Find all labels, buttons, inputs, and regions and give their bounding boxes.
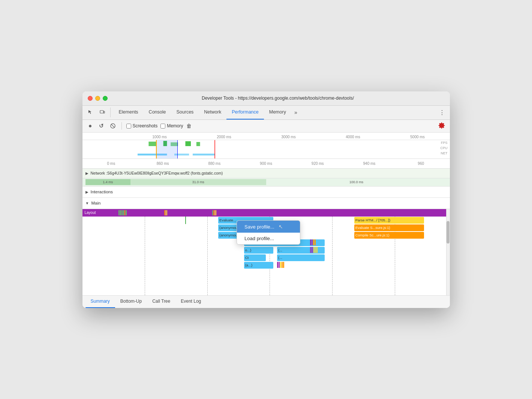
o-block[interactable]: o...): [244, 247, 273, 254]
frames-row: 1.4 ms 31.0 ms 100.0 ms: [82, 178, 450, 187]
detail-ruler: 0 ms 860 ms 880 ms 900 ms 920 ms 940 ms …: [85, 161, 447, 166]
tab-elements[interactable]: Elements: [114, 105, 144, 120]
tab-icons: [85, 108, 111, 117]
tab-memory[interactable]: Memory: [264, 105, 291, 120]
tab-more-button[interactable]: »: [291, 105, 300, 120]
main-section-row[interactable]: ▼ Main: [82, 198, 450, 209]
flame-row-6: Ct (...: [82, 254, 450, 262]
network-expand-arrow[interactable]: ▶: [85, 171, 88, 175]
detail-timeline: 0 ms 860 ms 880 ms 900 ms 920 ms 940 ms …: [82, 159, 450, 169]
tab-sources[interactable]: Sources: [171, 105, 199, 120]
title-bar: Developer Tools - https://developers.goo…: [82, 91, 450, 106]
device-toggle-icon[interactable]: [97, 108, 107, 117]
maximize-button[interactable]: [103, 96, 108, 101]
svg-rect-1: [103, 111, 105, 113]
window-title: Developer Tools - https://developers.goo…: [111, 96, 445, 101]
parse-html-block[interactable]: Parse HTM.../ [705...]): [354, 217, 424, 224]
close-button[interactable]: [88, 96, 93, 101]
inspect-icon[interactable]: [85, 108, 95, 117]
vertical-scrollbar[interactable]: [446, 209, 450, 295]
cpu-label: CPU: [440, 146, 447, 150]
minimize-button[interactable]: [95, 96, 100, 101]
scrollbar-thumb[interactable]: [447, 221, 450, 244]
performance-toolbar: ● ↺ Screenshots Memory 🗑: [82, 120, 450, 133]
net-label: NET: [441, 151, 448, 155]
load-profile-menu-item[interactable]: Load profile...: [237, 233, 300, 244]
content-area: ▶ Network :S6g4U3t-Y5UEw0IE80IlgEseQY3FE…: [82, 169, 450, 308]
save-profile-menu-item[interactable]: Save profile... ↖: [237, 221, 300, 233]
compile-sc-block[interactable]: Compile Sc...ure.js:1): [354, 232, 424, 239]
interactions-expand-arrow[interactable]: ▶: [85, 190, 88, 194]
flame-chart-area: Layout: [82, 209, 450, 295]
memory-checkbox[interactable]: Memory: [160, 123, 183, 129]
tab-network[interactable]: Network: [199, 105, 226, 120]
reload-button[interactable]: ↺: [97, 122, 106, 130]
svg-rect-0: [100, 111, 103, 113]
toolbar-separator-1: [121, 122, 122, 130]
interactions-label: Interactions: [91, 190, 113, 194]
tab-bottom-up[interactable]: Bottom-Up: [115, 295, 147, 308]
evaluate-sure-block[interactable]: Evaluate S...sure.js:1): [354, 224, 424, 231]
screenshots-checkbox[interactable]: Screenshots: [126, 123, 158, 129]
flame-row-5: o...) (...: [82, 247, 450, 254]
main-label: Main: [91, 201, 100, 205]
tab-call-tree[interactable]: Call Tree: [147, 295, 175, 308]
flame-row-7: (a...): [82, 262, 450, 269]
tick-3000: 3000 ms: [256, 135, 321, 140]
frames-segments: 1.4 ms 31.0 ms 100.0 ms: [85, 178, 447, 186]
clear-recordings-button[interactable]: 🗑: [186, 123, 192, 129]
ct-block[interactable]: Ct: [244, 254, 266, 261]
layout-bar: Layout: [82, 209, 446, 217]
svg-line-3: [111, 124, 114, 127]
devtools-window: Developer Tools - https://developers.goo…: [82, 91, 450, 308]
frame-seg-1: 1.4 ms: [85, 179, 131, 185]
detail-tick-860: 860 ms: [137, 161, 189, 166]
frame-seg-2: 31.0 ms: [130, 179, 266, 185]
paren-block-1[interactable]: (...: [277, 247, 325, 254]
record-button[interactable]: ●: [86, 122, 94, 130]
detail-tick-0: 0 ms: [85, 161, 137, 166]
tab-console[interactable]: Console: [144, 105, 171, 120]
main-expand-arrow[interactable]: ▼: [85, 201, 89, 205]
network-row-text: Network :S6g4U3t-Y5UEw0IE80IlgEseQY3FEmq…: [91, 171, 223, 175]
detail-tick-900: 900 ms: [240, 161, 292, 166]
detail-tick-920: 920 ms: [292, 161, 343, 166]
tick-2000: 2000 ms: [192, 135, 256, 140]
frame-seg-3: 100.0 ms: [266, 179, 447, 185]
a-block[interactable]: (a...): [244, 262, 273, 269]
paren-block-2[interactable]: (...: [277, 254, 325, 261]
timeline-charts: FPS CPU NET: [82, 140, 450, 159]
tick-4000: 4000 ms: [321, 135, 385, 140]
detail-tick-960: 960: [395, 161, 447, 166]
layout-label: Layout: [85, 211, 96, 215]
tab-event-log[interactable]: Event Log: [175, 295, 206, 308]
timeline-ruler: 1000 ms 2000 ms 3000 ms 4000 ms 5000 ms: [82, 133, 450, 140]
tab-menu-button[interactable]: ⋮: [437, 108, 447, 117]
settings-button[interactable]: [437, 121, 446, 130]
tab-bar: Elements Console Sources Network Perform…: [82, 106, 450, 120]
interactions-row[interactable]: ▶ Interactions: [82, 187, 450, 198]
network-row[interactable]: ▶ Network :S6g4U3t-Y5UEw0IE80IlgEseQY3FE…: [82, 169, 450, 178]
context-menu: Save profile... ↖ Load profile...: [237, 220, 300, 245]
svg-rect-13: [193, 154, 215, 155]
clear-button[interactable]: [109, 122, 117, 130]
fps-label: FPS: [441, 141, 448, 145]
tab-performance[interactable]: Performance: [226, 105, 264, 120]
tab-summary[interactable]: Summary: [85, 295, 115, 308]
bottom-tabs: Summary Bottom-Up Call Tree Event Log: [82, 295, 450, 308]
detail-tick-940: 940 ms: [343, 161, 395, 166]
tick-1000: 1000 ms: [127, 135, 192, 140]
traffic-lights: [88, 96, 108, 101]
detail-tick-880: 880 ms: [189, 161, 240, 166]
timeline-overview[interactable]: 1000 ms 2000 ms 3000 ms 4000 ms 5000 ms: [82, 133, 450, 159]
tick-5000: 5000 ms: [385, 135, 450, 140]
